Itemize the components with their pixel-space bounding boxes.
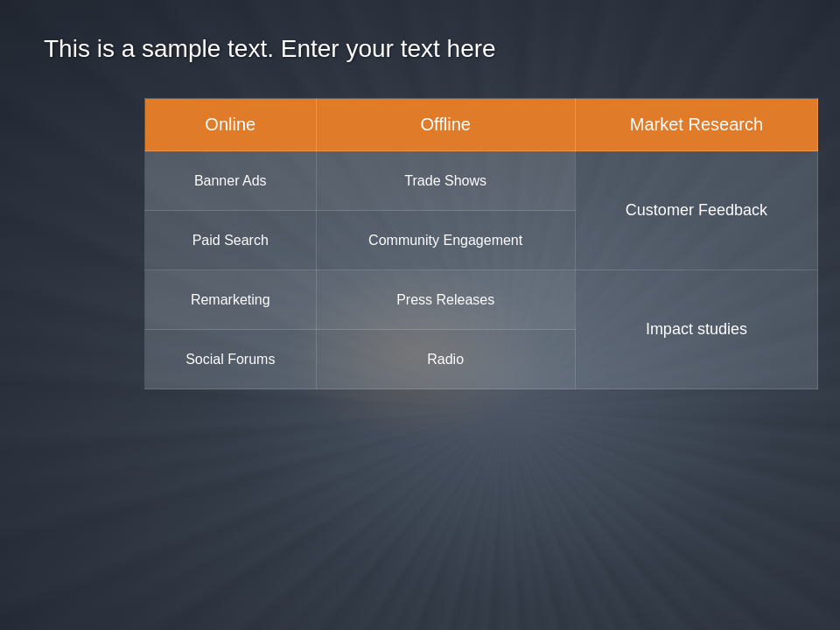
cell-radio: Radio [316,330,575,389]
cell-customer-feedback: Customer Feedback [575,151,817,270]
col-header-market-research: Market Research [575,99,817,151]
cell-trade-shows: Trade Shows [316,151,575,211]
cell-remarketing: Remarketing [145,270,317,330]
cell-community-engagement: Community Engagement [316,211,575,270]
col-header-offline: Offline [316,99,575,151]
table-header-row: Online Offline Market Research [145,99,818,151]
cell-banner-ads: Banner Ads [145,151,317,211]
cell-social-forums: Social Forums [145,330,317,389]
content-area: This is a sample text. Enter your text h… [0,0,840,630]
table-wrapper: Online Offline Market Research Banner Ad… [44,98,796,389]
table-row: Banner Ads Trade Shows Customer Feedback [145,151,818,211]
marketing-table: Online Offline Market Research Banner Ad… [144,98,818,389]
col-header-online: Online [145,99,317,151]
cell-press-releases: Press Releases [316,270,575,330]
table-row: Remarketing Press Releases Impact studie… [145,270,818,330]
cell-impact-studies: Impact studies [575,270,817,389]
page-title: This is a sample text. Enter your text h… [44,35,796,63]
cell-paid-search: Paid Search [145,211,317,270]
